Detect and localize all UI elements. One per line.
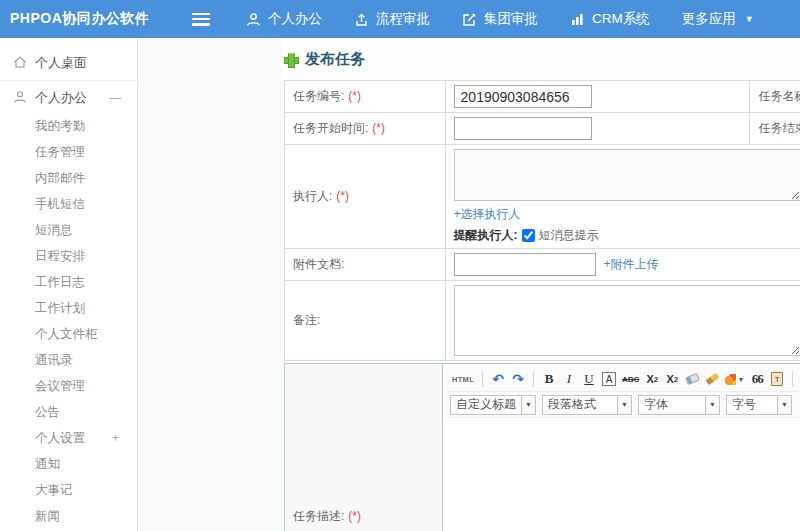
attachment-label: 附件文档: bbox=[293, 257, 344, 271]
eraser-icon bbox=[685, 373, 700, 385]
sidebar-item-mobile-sms[interactable]: 手机短信 bbox=[0, 191, 137, 217]
font-attributes-button[interactable]: A bbox=[600, 369, 618, 389]
executor-textarea[interactable] bbox=[454, 149, 800, 201]
sidebar-item-announcement[interactable]: 公告 bbox=[0, 399, 137, 425]
table-row: 任务描述:(*) HTML ↶ ↷ B I U A bbox=[285, 364, 800, 531]
editor-content-area[interactable] bbox=[446, 417, 800, 531]
undo-button[interactable]: ↶ bbox=[489, 369, 507, 389]
nav-item-more-apps[interactable]: 更多应用 ▼ bbox=[682, 10, 754, 28]
highlight-pen-button[interactable]: ▼ bbox=[723, 369, 746, 389]
editor-toolbar-row2: 自定义标题 ▼ 段落格式 ▼ 字体 ▼ bbox=[446, 392, 800, 417]
toolbar-separator bbox=[792, 371, 793, 387]
required-mark: (*) bbox=[372, 121, 385, 135]
sidebar-divider bbox=[0, 80, 137, 81]
sidebar-item-schedule[interactable]: 日程安排 bbox=[0, 243, 137, 269]
superscript-button[interactable]: X2 bbox=[643, 369, 661, 389]
brush-icon bbox=[705, 373, 719, 385]
sidebar-item-personal-office[interactable]: 个人办公 — bbox=[0, 83, 137, 113]
reminder-label: 提醒执行人: bbox=[454, 227, 518, 244]
user-icon bbox=[13, 90, 35, 107]
table-row: 任务开始时间:(*) 任务结束时间:(*) bbox=[285, 113, 800, 145]
required-mark: (*) bbox=[348, 509, 361, 523]
strikethrough-button[interactable]: ABC bbox=[620, 369, 641, 389]
sms-reminder-option-label: 短消息提示 bbox=[539, 227, 599, 244]
nav-item-workflow-approval[interactable]: 流程审批 bbox=[354, 10, 430, 28]
toolbar-separator bbox=[482, 371, 483, 387]
edit-icon bbox=[462, 12, 477, 27]
nav-item-personal-office[interactable]: 个人办公 bbox=[246, 10, 322, 28]
content-gutter bbox=[138, 38, 282, 531]
page-title: 发布任务 bbox=[284, 50, 800, 69]
plus-icon bbox=[284, 53, 297, 66]
chevron-down-icon: ▼ bbox=[777, 396, 791, 414]
required-mark: (*) bbox=[348, 89, 361, 103]
expand-icon[interactable]: + bbox=[112, 431, 119, 445]
menu-toggle-icon[interactable] bbox=[192, 13, 210, 26]
required-mark: (*) bbox=[336, 189, 349, 203]
sidebar-item-task-management[interactable]: 任务管理 bbox=[0, 139, 137, 165]
topbar: PHPOA协同办公软件 个人办公 流程审批 集团审批 CRM系统 更多应用 ▼ bbox=[0, 0, 800, 38]
table-row: 执行人:(*) +选择执行人 提醒执行人: 短消息提示 bbox=[285, 145, 800, 249]
remove-format-button[interactable] bbox=[683, 369, 701, 389]
main-content: 发布任务 任务编号:(*) 任务名称:(*) 任务开始时间:(*) bbox=[138, 38, 800, 531]
table-row: 附件文档: +附件上传 bbox=[285, 249, 800, 281]
sidebar-item-personal-settings[interactable]: 个人设置 + bbox=[0, 425, 137, 451]
format-painter-button[interactable] bbox=[703, 369, 721, 389]
editor-toolbar-row1: HTML ↶ ↷ B I U A ABC X2 X2 bbox=[446, 367, 800, 392]
sidebar-item-personal-files[interactable]: 个人文件柜 bbox=[0, 321, 137, 347]
task-name-label: 任务名称: bbox=[758, 89, 800, 103]
sidebar-item-news[interactable]: 新闻 bbox=[0, 503, 137, 529]
bar-chart-icon bbox=[570, 12, 585, 27]
font-family-select[interactable]: 字体 ▼ bbox=[638, 395, 720, 415]
nav-item-crm[interactable]: CRM系统 bbox=[570, 10, 650, 28]
html-source-button[interactable]: HTML bbox=[450, 369, 476, 389]
sidebar-item-personal-desktop[interactable]: 个人桌面 bbox=[0, 48, 137, 78]
sms-reminder-checkbox[interactable] bbox=[522, 229, 535, 242]
bold-button[interactable]: B bbox=[540, 369, 558, 389]
sidebar-item-contacts[interactable]: 通讯录 bbox=[0, 347, 137, 373]
paragraph-format-select[interactable]: 段落格式 ▼ bbox=[542, 395, 632, 415]
sidebar-item-memorabilia[interactable]: 大事记 bbox=[0, 477, 137, 503]
rich-text-editor: HTML ↶ ↷ B I U A ABC X2 X2 bbox=[446, 367, 800, 531]
task-no-label: 任务编号: bbox=[293, 89, 344, 103]
choose-executor-link[interactable]: +选择执行人 bbox=[454, 207, 521, 221]
custom-title-select[interactable]: 自定义标题 ▼ bbox=[450, 395, 536, 415]
magic-pen-icon bbox=[725, 374, 736, 385]
collapse-icon[interactable]: — bbox=[109, 91, 121, 105]
end-time-label: 任务结束时间: bbox=[758, 121, 800, 135]
table-row: 任务编号:(*) 任务名称:(*) bbox=[285, 81, 800, 113]
sidebar-item-my-attendance[interactable]: 我的考勤 bbox=[0, 113, 137, 139]
remark-label: 备注: bbox=[293, 313, 320, 327]
sidebar-item-work-plan[interactable]: 工作计划 bbox=[0, 295, 137, 321]
attachment-input[interactable] bbox=[454, 253, 596, 276]
table-row: 备注: bbox=[285, 281, 800, 361]
underline-button[interactable]: U bbox=[580, 369, 598, 389]
remark-textarea[interactable] bbox=[454, 285, 800, 356]
user-icon bbox=[246, 12, 261, 27]
clipboard-icon: T bbox=[771, 372, 783, 386]
chevron-down-icon: ▼ bbox=[521, 396, 535, 414]
attachment-upload-link[interactable]: +附件上传 bbox=[604, 256, 659, 273]
sidebar-item-work-log[interactable]: 工作日志 bbox=[0, 269, 137, 295]
font-size-select[interactable]: 字号 ▼ bbox=[726, 395, 792, 415]
start-time-input[interactable] bbox=[454, 117, 592, 140]
topbar-nav: 个人办公 流程审批 集团审批 CRM系统 更多应用 ▼ bbox=[246, 10, 786, 28]
italic-button[interactable]: I bbox=[560, 369, 578, 389]
nav-item-group-approval[interactable]: 集团审批 bbox=[462, 10, 538, 28]
subscript-button[interactable]: X2 bbox=[663, 369, 681, 389]
paste-as-text-button[interactable]: T bbox=[768, 369, 786, 389]
home-icon bbox=[13, 55, 35, 72]
sidebar: 个人桌面 个人办公 — 我的考勤 任务管理 内部邮件 手机短信 短消息 日程安排… bbox=[0, 38, 138, 531]
sidebar-item-meeting-management[interactable]: 会议管理 bbox=[0, 373, 137, 399]
chevron-down-icon: ▼ bbox=[705, 396, 719, 414]
chevron-down-icon: ▼ bbox=[745, 14, 754, 24]
redo-button[interactable]: ↷ bbox=[509, 369, 527, 389]
sidebar-item-short-message[interactable]: 短消息 bbox=[0, 217, 137, 243]
task-no-input[interactable] bbox=[454, 85, 592, 108]
blockquote-button[interactable]: 66 bbox=[748, 369, 766, 389]
sidebar-item-notice[interactable]: 通知 bbox=[0, 451, 137, 477]
task-description-table: 任务描述:(*) HTML ↶ ↷ B I U A bbox=[284, 363, 800, 531]
sidebar-item-internal-mail[interactable]: 内部邮件 bbox=[0, 165, 137, 191]
description-label: 任务描述: bbox=[293, 509, 344, 523]
app-logo: PHPOA协同办公软件 bbox=[0, 10, 180, 28]
